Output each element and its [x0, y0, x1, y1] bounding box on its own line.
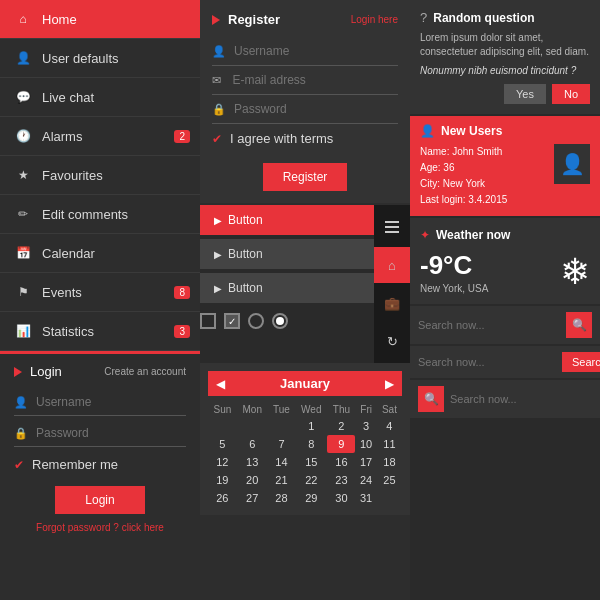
sidebar-item-home[interactable]: ⌂ Home [0, 0, 200, 39]
weather-info: -9°C New York, USA [420, 250, 488, 294]
hamburger-menu-icon[interactable] [374, 209, 410, 245]
cal-day-empty [268, 417, 296, 435]
sidebar-item-label-calendar: Calendar [42, 246, 95, 261]
cal-day-25[interactable]: 25 [377, 471, 402, 489]
live-chat-icon: 💬 [14, 88, 32, 106]
reg-email-input[interactable] [232, 73, 398, 87]
username-input[interactable] [36, 395, 186, 409]
search-input-2[interactable] [418, 356, 556, 368]
statistics-icon: 📊 [14, 322, 32, 340]
cal-day-28[interactable]: 28 [268, 489, 296, 507]
cal-day-10[interactable]: 10 [355, 435, 376, 453]
cal-next-arrow[interactable]: ▶ [385, 377, 394, 391]
left-panel: ⌂ Home 👤 User defaults 💬 Live chat 🕐 Ala… [0, 0, 200, 600]
cal-day-5[interactable]: 5 [208, 435, 237, 453]
cal-day-14[interactable]: 14 [268, 453, 296, 471]
sidebar-item-live-chat[interactable]: 💬 Live chat [0, 78, 200, 117]
cal-day-21[interactable]: 21 [268, 471, 296, 489]
random-question-section: ? Random question Lorem ipsum dolor sit … [410, 0, 600, 114]
cal-day-empty [208, 417, 237, 435]
cal-day-17[interactable]: 17 [355, 453, 376, 471]
cal-day-29[interactable]: 29 [295, 489, 327, 507]
register-section: Register Login here 👤 ✉ 🔒 ✔ I agree with… [200, 0, 410, 203]
cal-day-18[interactable]: 18 [377, 453, 402, 471]
search-input-3[interactable] [450, 393, 592, 405]
cal-day-27[interactable]: 27 [237, 489, 268, 507]
cal-day-24[interactable]: 24 [355, 471, 376, 489]
reg-password-input[interactable] [234, 102, 398, 116]
home-icon: ⌂ [14, 10, 32, 28]
agree-check-icon: ✔ [212, 132, 222, 146]
cal-day-6[interactable]: 6 [237, 435, 268, 453]
login-button[interactable]: Login [55, 486, 144, 514]
cal-day-1[interactable]: 1 [295, 417, 327, 435]
search-row-3: 🔍 [410, 380, 600, 418]
refresh-nav-icon[interactable]: ↻ [374, 323, 410, 359]
checkbox-unchecked[interactable] [200, 313, 216, 329]
button-3[interactable]: ▶ Button [200, 273, 374, 303]
yes-button[interactable]: Yes [504, 84, 546, 104]
cal-day-16[interactable]: 16 [327, 453, 355, 471]
radio-checked[interactable] [272, 313, 288, 329]
cal-day-8[interactable]: 8 [295, 435, 327, 453]
nu-last-login: Last login: 3.4.2015 [420, 192, 546, 208]
button-3-label: Button [228, 281, 263, 295]
cal-day-header-wed: Wed [295, 402, 327, 417]
reg-password-field: 🔒 [212, 95, 398, 124]
checkbox-checked[interactable] [224, 313, 240, 329]
create-account-link[interactable]: Create an account [104, 366, 186, 377]
sidebar-item-favourites[interactable]: ★ Favourites [0, 156, 200, 195]
cal-day-header-fri: Fri [355, 402, 376, 417]
right-panel: ? Random question Lorem ipsum dolor sit … [410, 0, 600, 600]
reg-lock-icon: 🔒 [212, 103, 226, 116]
cal-day-7[interactable]: 7 [268, 435, 296, 453]
cal-day-4[interactable]: 4 [377, 417, 402, 435]
rq-question: Nonummy nibh euismod tincidunt ? [420, 65, 590, 76]
login-here-link[interactable]: Login here [351, 14, 398, 25]
radio-unchecked[interactable] [248, 313, 264, 329]
cal-day-11[interactable]: 11 [377, 435, 402, 453]
sidebar-item-calendar[interactable]: 📅 Calendar [0, 234, 200, 273]
cal-day-3[interactable]: 3 [355, 417, 376, 435]
cal-day-header-sat: Sat [377, 402, 402, 417]
sidebar-item-events[interactable]: ⚑ Events 8 [0, 273, 200, 312]
cal-day-22[interactable]: 22 [295, 471, 327, 489]
search-icon-button-3[interactable]: 🔍 [418, 386, 444, 412]
sidebar-item-edit-comments[interactable]: ✏ Edit comments [0, 195, 200, 234]
nu-avatar: 👤 [554, 144, 590, 184]
search-icon-button-1[interactable]: 🔍 [566, 312, 592, 338]
cal-day-13[interactable]: 13 [237, 453, 268, 471]
briefcase-nav-icon[interactable]: 💼 [374, 285, 410, 321]
cal-day-2[interactable]: 2 [327, 417, 355, 435]
cal-day-9[interactable]: 9 [327, 435, 355, 453]
cal-day-23[interactable]: 23 [327, 471, 355, 489]
sidebar-item-user-defaults[interactable]: 👤 User defaults [0, 39, 200, 78]
home-nav-icon[interactable]: ⌂ [374, 247, 410, 283]
search-input-1[interactable] [418, 319, 560, 331]
cal-day-12[interactable]: 12 [208, 453, 237, 471]
reg-username-input[interactable] [234, 44, 398, 58]
cal-day-26[interactable]: 26 [208, 489, 237, 507]
checkboxes-row [200, 307, 374, 335]
button-1[interactable]: ▶ Button [200, 205, 374, 235]
cal-prev-arrow[interactable]: ◀ [216, 377, 225, 391]
click-here-link[interactable]: click here [122, 522, 164, 533]
cal-day-20[interactable]: 20 [237, 471, 268, 489]
rq-text: Lorem ipsum dolor sit amet, consectetuer… [420, 31, 590, 59]
weather-header: ✦ Weather now [420, 228, 590, 242]
password-input[interactable] [36, 426, 186, 440]
no-button[interactable]: No [552, 84, 590, 104]
search-text-button[interactable]: Search [562, 352, 600, 372]
forgot-label: Forgot password ? [36, 522, 119, 533]
cal-day-30[interactable]: 30 [327, 489, 355, 507]
button-2[interactable]: ▶ Button [200, 239, 374, 269]
cal-day-19[interactable]: 19 [208, 471, 237, 489]
cal-day-15[interactable]: 15 [295, 453, 327, 471]
sidebar-item-statistics[interactable]: 📊 Statistics 3 [0, 312, 200, 351]
calendar-title: January [280, 376, 330, 391]
favourites-icon: ★ [14, 166, 32, 184]
register-title: Register [212, 12, 280, 27]
register-button[interactable]: Register [263, 163, 348, 191]
cal-day-31[interactable]: 31 [355, 489, 376, 507]
sidebar-item-alarms[interactable]: 🕐 Alarms 2 [0, 117, 200, 156]
